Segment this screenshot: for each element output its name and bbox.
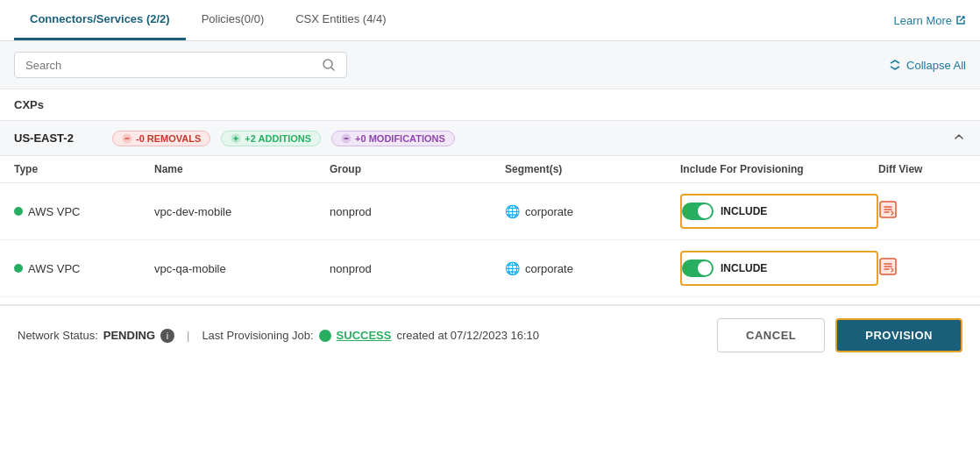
additions-icon	[231, 133, 241, 144]
diff-view-icon-1[interactable]	[878, 205, 898, 223]
status-dot-1	[14, 207, 23, 216]
globe-icon-2: 🌐	[505, 261, 520, 275]
collapse-icon	[889, 59, 901, 71]
region-name: US-EAST-2	[14, 132, 102, 145]
external-link-icon	[955, 15, 966, 25]
provision-button[interactable]: PROVISION	[835, 318, 962, 352]
search-area: Collapse All	[0, 41, 980, 89]
tabs-bar: Connectors/Services (2/2) Policies(0/0) …	[0, 0, 980, 41]
col-include: Include For Provisioning	[680, 163, 878, 175]
cell-diff-1[interactable]	[878, 200, 966, 224]
success-dot	[319, 330, 331, 342]
col-diffview: Diff View	[878, 163, 966, 175]
removals-icon	[122, 133, 132, 144]
chevron-up-icon[interactable]	[952, 130, 966, 146]
learn-more-link[interactable]: Learn More	[894, 14, 966, 27]
toggle-switch-2[interactable]	[682, 259, 714, 277]
col-segments: Segment(s)	[505, 163, 680, 175]
toggle-knob-1	[698, 204, 712, 218]
cancel-button[interactable]: CANCEL	[717, 318, 825, 352]
search-icon	[322, 58, 336, 72]
col-name: Name	[154, 163, 330, 175]
cell-group-1: nonprod	[330, 205, 505, 218]
section-label: CXPs	[0, 89, 980, 120]
svg-point-4	[345, 138, 347, 139]
include-toggle-1[interactable]: INCLUDE	[680, 194, 878, 229]
cell-segment-1: 🌐 corporate	[505, 204, 680, 218]
cell-group-2: nonprod	[330, 262, 505, 275]
toggle-switch-1[interactable]	[682, 203, 714, 220]
footer-actions: CANCEL PROVISION	[717, 318, 962, 352]
col-type: Type	[14, 163, 154, 175]
table-row: AWS VPC vpc-qa-mobile nonprod 🌐 corporat…	[0, 240, 980, 297]
table-header: Type Name Group Segment(s) Include For P…	[0, 156, 980, 183]
cell-include-2[interactable]: INCLUDE	[680, 251, 878, 286]
table-row: AWS VPC vpc-dev-mobile nonprod 🌐 corpora…	[0, 183, 980, 240]
cell-type-1: AWS VPC	[14, 205, 154, 218]
info-icon[interactable]: i	[160, 329, 174, 343]
cell-diff-2[interactable]	[878, 257, 966, 281]
cell-include-1[interactable]: INCLUDE	[680, 194, 878, 229]
search-box	[14, 52, 347, 78]
separator: |	[187, 329, 189, 342]
search-input[interactable]	[25, 59, 315, 72]
network-status-value: PENDING	[103, 329, 155, 342]
additions-badge: +2 ADDITIONS	[221, 131, 321, 146]
globe-icon-1: 🌐	[505, 204, 520, 218]
tab-policies[interactable]: Policies(0/0)	[186, 0, 281, 40]
status-dot-2	[14, 264, 23, 273]
modifications-badge: +0 MODIFICATIONS	[331, 131, 455, 146]
tabs-left: Connectors/Services (2/2) Policies(0/0) …	[14, 0, 402, 40]
cell-type-2: AWS VPC	[14, 262, 154, 275]
footer: Network Status: PENDING i | Last Provisi…	[0, 304, 980, 365]
col-group: Group	[330, 163, 505, 175]
collapse-all-button[interactable]: Collapse All	[889, 59, 966, 72]
include-toggle-2[interactable]: INCLUDE	[680, 251, 878, 286]
removals-badge: -0 REMOVALS	[112, 131, 210, 146]
region-header: US-EAST-2 -0 REMOVALS +2 ADDITIONS +0 MO…	[0, 120, 980, 156]
cell-name-1: vpc-dev-mobile	[154, 205, 330, 218]
table-container: Type Name Group Segment(s) Include For P…	[0, 156, 980, 297]
footer-status: Network Status: PENDING i | Last Provisi…	[18, 329, 539, 343]
cell-segment-2: 🌐 corporate	[505, 261, 680, 275]
cell-name-2: vpc-qa-mobile	[154, 262, 330, 275]
modifications-icon	[341, 133, 352, 144]
diff-view-icon-2[interactable]	[878, 262, 898, 280]
toggle-knob-2	[698, 261, 712, 275]
provisioning-status-value[interactable]: SUCCESS	[337, 329, 392, 342]
tab-connectors[interactable]: Connectors/Services (2/2)	[14, 0, 186, 40]
tab-csx[interactable]: CSX Entities (4/4)	[280, 0, 401, 40]
